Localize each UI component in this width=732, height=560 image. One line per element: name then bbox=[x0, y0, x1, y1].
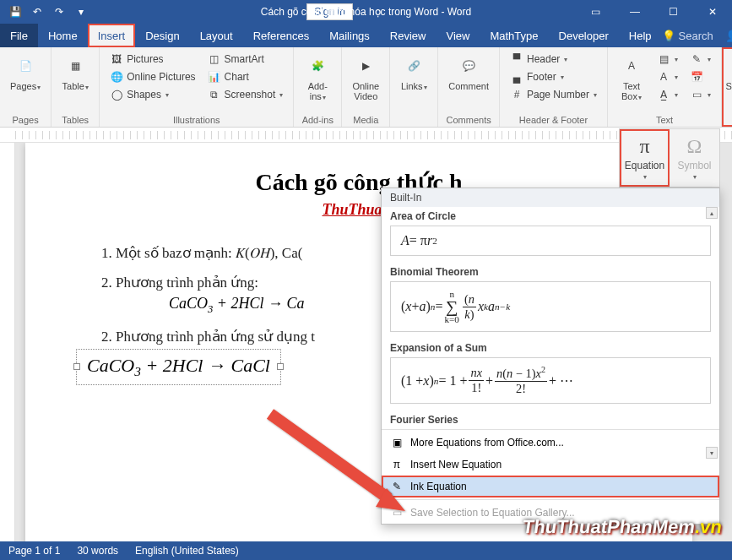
tab-review[interactable]: Review bbox=[380, 24, 436, 47]
signature-button[interactable]: ✎▾ bbox=[686, 51, 714, 68]
title-bar: 💾 ↶ ↷ ▾ Cách gõ công thức hóa học trong … bbox=[0, 0, 732, 24]
parts-icon: ▤ bbox=[657, 52, 670, 66]
equation-gallery-dropdown: Built-In Area of Circle A = πr2 Binomial… bbox=[381, 188, 720, 525]
status-language[interactable]: English (United States) bbox=[135, 545, 239, 557]
symbol-button[interactable]: Ω Symbol ▾ bbox=[670, 129, 719, 187]
bulb-icon: 💡 bbox=[662, 30, 675, 42]
group-header-footer: ▀Header▾ ▄Footer▾ #Page Number▾ Header &… bbox=[500, 47, 608, 127]
header-icon: ▀ bbox=[510, 52, 523, 66]
tab-insert[interactable]: Insert bbox=[88, 24, 136, 47]
save-selection-menu-item: ▭Save Selection to Equation Gallery... bbox=[382, 502, 719, 524]
save-icon[interactable]: 💾 bbox=[5, 2, 25, 22]
footer-button[interactable]: ▄Footer▾ bbox=[507, 68, 600, 85]
links-button[interactable]: 🔗Links▾ bbox=[397, 51, 431, 94]
gallery-item-label: Area of Circle bbox=[382, 207, 719, 224]
pages-button[interactable]: 📄Pages▾ bbox=[7, 51, 44, 94]
group-label: Add-ins bbox=[301, 113, 334, 127]
text-box-button[interactable]: AText Box▾ bbox=[615, 51, 648, 104]
group-label: Illustrations bbox=[106, 113, 286, 127]
video-icon: ▶ bbox=[352, 52, 379, 79]
gallery-scrollbar[interactable]: ▴ ▾ bbox=[706, 207, 718, 460]
group-text: AText Box▾ ▤▾ A▾ A̲▾ ✎▾ 📅 ▭▾ Text bbox=[608, 47, 722, 127]
table-icon: ▦ bbox=[62, 52, 89, 79]
window-title: Cách gõ công thức hóa học trong Word - W… bbox=[261, 6, 471, 18]
tab-mathtype[interactable]: MathType bbox=[480, 24, 548, 47]
maximize-button[interactable]: ☐ bbox=[654, 0, 693, 24]
insert-new-equation-menu-item[interactable]: πInsert New Equation bbox=[382, 454, 719, 476]
group-media: ▶Online Video Media bbox=[342, 47, 390, 127]
equation-button[interactable]: π Equation ▾ bbox=[620, 129, 670, 187]
wordart-button[interactable]: A▾ bbox=[653, 68, 681, 85]
symbols-subpanel: π Equation ▾ Ω Symbol ▾ bbox=[619, 128, 720, 188]
pictures-button[interactable]: 🖼Pictures bbox=[106, 51, 198, 68]
shapes-icon: ◯ bbox=[110, 88, 123, 101]
chart-button[interactable]: 📊Chart bbox=[204, 68, 287, 85]
group-label: Header & Footer bbox=[507, 113, 600, 127]
addins-button[interactable]: 🧩Add-ins▾ bbox=[301, 51, 334, 104]
comment-button[interactable]: 💬Comment bbox=[445, 51, 492, 93]
ribbon-options-icon[interactable]: ▭ bbox=[577, 0, 615, 24]
drop-cap-button[interactable]: A̲▾ bbox=[653, 86, 681, 103]
tab-help[interactable]: Help bbox=[619, 24, 662, 47]
screenshot-button[interactable]: ⧉Screenshot▾ bbox=[204, 86, 287, 103]
gallery-item-label: Binomial Theorem bbox=[382, 263, 719, 280]
tab-file[interactable]: File bbox=[0, 24, 38, 47]
online-pictures-button[interactable]: 🌐Online Pictures bbox=[106, 68, 198, 85]
link-icon: 🔗 bbox=[400, 52, 427, 79]
gallery-item-binomial-theorem[interactable]: (x + a)n = n∑k=0 (nk) xkan−k bbox=[390, 281, 711, 332]
chart-icon: 📊 bbox=[208, 70, 221, 84]
ink-equation-menu-item[interactable]: ✎Ink Equation bbox=[382, 476, 719, 497]
status-words[interactable]: 30 words bbox=[77, 545, 118, 557]
group-addins: 🧩Add-ins▾ Add-ins bbox=[294, 47, 342, 127]
online-video-button[interactable]: ▶Online Video bbox=[349, 51, 382, 103]
scroll-down-icon[interactable]: ▾ bbox=[706, 447, 718, 459]
share-button[interactable]: 👤Share bbox=[725, 30, 732, 42]
online-pictures-icon: 🌐 bbox=[110, 70, 123, 84]
page-number-button[interactable]: #Page Number▾ bbox=[507, 86, 600, 103]
group-tables: ▦Table▾ Tables bbox=[52, 47, 100, 127]
qat-customize-icon[interactable]: ▾ bbox=[71, 2, 91, 22]
undo-icon[interactable]: ↶ bbox=[27, 2, 47, 22]
search-help[interactable]: 💡Search bbox=[662, 30, 713, 42]
ruler-vertical[interactable] bbox=[0, 143, 15, 541]
dropcap-icon: A̲ bbox=[657, 88, 670, 101]
scroll-up-icon[interactable]: ▴ bbox=[706, 207, 718, 219]
pages-icon: 📄 bbox=[12, 52, 39, 79]
tab-view[interactable]: View bbox=[436, 24, 480, 47]
symbols-button[interactable]: ΩSymbols▾ bbox=[729, 51, 732, 94]
quick-parts-button[interactable]: ▤▾ bbox=[653, 51, 681, 68]
addins-icon: 🧩 bbox=[304, 52, 331, 79]
tab-references[interactable]: References bbox=[243, 24, 319, 47]
close-button[interactable]: ✕ bbox=[693, 0, 732, 24]
table-button[interactable]: ▦Table▾ bbox=[58, 51, 92, 94]
tab-layout[interactable]: Layout bbox=[190, 24, 243, 47]
group-label: Tables bbox=[58, 113, 92, 127]
equation-editor-box[interactable]: CaCO3 + 2HCl → CaCl bbox=[76, 349, 281, 385]
minimize-button[interactable]: — bbox=[615, 0, 654, 24]
tab-mailings[interactable]: Mailings bbox=[319, 24, 380, 47]
date-icon: 📅 bbox=[690, 70, 703, 84]
screenshot-icon: ⧉ bbox=[208, 88, 221, 101]
pi-icon: π bbox=[639, 135, 649, 158]
redo-icon[interactable]: ↷ bbox=[49, 2, 69, 22]
status-page[interactable]: Page 1 of 1 bbox=[8, 545, 60, 557]
more-equations-menu-item[interactable]: ▣More Equations from Office.com... bbox=[382, 432, 719, 454]
ribbon: 📄Pages▾ Pages ▦Table▾ Tables 🖼Pictures 🌐… bbox=[0, 47, 732, 128]
date-time-button[interactable]: 📅 bbox=[686, 68, 714, 85]
object-icon: ▭ bbox=[690, 88, 703, 101]
smartart-button[interactable]: ◫SmartArt bbox=[204, 51, 287, 68]
omega-icon: Ω bbox=[687, 135, 702, 158]
chevron-down-icon: ▾ bbox=[643, 173, 647, 181]
tab-developer[interactable]: Developer bbox=[549, 24, 619, 47]
smartart-icon: ◫ bbox=[208, 52, 221, 66]
shapes-button[interactable]: ◯Shapes▾ bbox=[106, 86, 198, 103]
tab-home[interactable]: Home bbox=[38, 24, 88, 47]
tab-design[interactable]: Design bbox=[135, 24, 189, 47]
object-button[interactable]: ▭▾ bbox=[686, 86, 714, 103]
gallery-item-expansion-of-sum[interactable]: (1 + x)n = 1 + nx1! + n(n − 1)x22! + ⋯ bbox=[390, 357, 711, 404]
group-pages: 📄Pages▾ Pages bbox=[0, 47, 52, 127]
header-button[interactable]: ▀Header▾ bbox=[507, 51, 600, 68]
ribbon-tabs: File Home Insert Design Layout Reference… bbox=[0, 24, 732, 47]
gallery-item-area-of-circle[interactable]: A = πr2 bbox=[390, 226, 711, 256]
group-label: Text bbox=[615, 113, 714, 127]
